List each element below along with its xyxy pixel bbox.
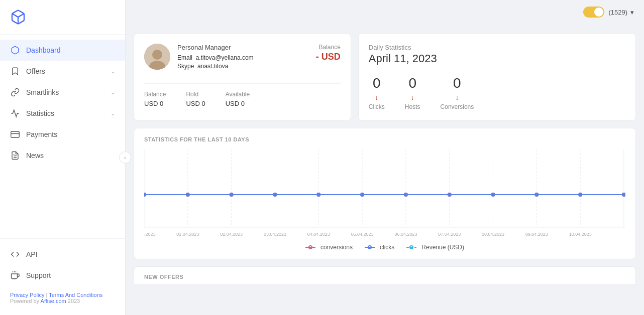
- sidebar-item-dashboard[interactable]: Dashboard: [0, 40, 125, 61]
- chevron-icon: ⌄: [111, 110, 115, 117]
- svg-text:06.04.2023: 06.04.2023: [394, 232, 417, 237]
- legend-clicks-label: clicks: [380, 244, 394, 251]
- legend-conversions[interactable]: conversions: [305, 244, 353, 251]
- sidebar-item-support[interactable]: Support: [0, 265, 125, 286]
- balance-value: - USD: [316, 52, 341, 62]
- svg-point-9: [152, 50, 162, 60]
- svg-point-44: [491, 193, 495, 197]
- chart-legend: conversions clicks Revenue (USD): [144, 244, 625, 251]
- sidebar-nav: Dashboard Offers ⌄ Smartlinks ⌄: [0, 35, 125, 238]
- legend-conversions-label: conversions: [320, 244, 353, 251]
- sidebar-item-news[interactable]: News: [0, 145, 125, 166]
- clicks-value: 0: [373, 75, 381, 91]
- sidebar-item-smartlinks[interactable]: Smartlinks ⌄: [0, 82, 125, 103]
- sidebar-item-label: Support: [26, 271, 115, 279]
- svg-text:03.04.2023: 03.04.2023: [264, 232, 286, 237]
- hold-item: Hold USD 0: [186, 91, 205, 107]
- daily-statistics-card: Daily Statistics April 11, 2023 0 ↓ Clic…: [358, 33, 636, 121]
- daily-stats-title: Daily Statistics: [369, 44, 625, 51]
- chart-card: STATISTICS FOR THE LAST 10 DAYS: [134, 128, 636, 259]
- personal-info: Personal Manager Email a.titova@yellana.…: [177, 44, 309, 71]
- svg-point-46: [578, 193, 582, 197]
- balance-bottom: Balance USD 0 Hold USD 0 Available USD 0: [144, 83, 341, 107]
- new-offers-section: NEW OFFERS: [134, 266, 636, 284]
- svg-point-41: [360, 193, 364, 197]
- hosts-label: Hosts: [405, 103, 420, 110]
- hosts-value: 0: [408, 75, 416, 91]
- svg-text:08.04.2023: 08.04.2023: [482, 232, 504, 237]
- balance-top: Balance - USD: [316, 44, 341, 62]
- svg-text:01.04.2023: 01.04.2023: [176, 232, 199, 237]
- daily-stats-date: April 11, 2023: [369, 52, 625, 65]
- svg-text:02.04.2023: 02.04.2023: [220, 232, 243, 237]
- chart-title: STATISTICS FOR THE LAST 10 DAYS: [144, 136, 625, 142]
- sidebar-footer: Privacy Policy | Terms And Conditions Po…: [0, 286, 125, 310]
- code-icon: [10, 249, 20, 259]
- user-count: (1529): [608, 9, 627, 16]
- hosts-stat: 0 ↓ Hosts: [405, 75, 420, 110]
- conversions-arrow: ↓: [455, 93, 459, 101]
- svg-point-38: [230, 193, 234, 197]
- sidebar-item-payments[interactable]: Payments: [0, 124, 125, 145]
- sidebar-item-label: API: [26, 250, 115, 258]
- new-offers-title: NEW OFFERS: [144, 274, 183, 280]
- conversions-stat: 0 ↓ Conversions: [441, 75, 474, 110]
- chevron-icon: ⌄: [111, 89, 115, 96]
- svg-point-36: [144, 193, 146, 197]
- sidebar-item-label: Offers: [26, 67, 104, 75]
- clicks-stat: 0 ↓ Clicks: [369, 75, 385, 110]
- svg-text:04.04.2023: 04.04.2023: [307, 232, 330, 237]
- sidebar-collapse-button[interactable]: ‹: [119, 151, 131, 164]
- sidebar-item-api[interactable]: API: [0, 244, 125, 265]
- balance-label: Balance: [316, 44, 341, 51]
- svg-point-43: [448, 193, 452, 197]
- available-item: Available USD 0: [226, 91, 250, 107]
- sidebar-item-label: Statistics: [26, 109, 104, 117]
- sidebar: Dashboard Offers ⌄ Smartlinks ⌄: [0, 0, 126, 315]
- clicks-arrow: ↓: [375, 93, 378, 101]
- svg-point-40: [316, 193, 320, 197]
- sidebar-item-offers[interactable]: Offers ⌄: [0, 61, 125, 82]
- legend-revenue[interactable]: Revenue (USD): [406, 244, 464, 251]
- coffee-icon: [10, 270, 20, 280]
- user-badge[interactable]: (1529) ▾: [608, 9, 634, 16]
- skype-field: Skype anast.titova: [177, 63, 309, 70]
- card-icon: [10, 129, 20, 139]
- svg-point-45: [534, 193, 539, 197]
- sidebar-bottom: API Support Privacy Policy | Terms And C…: [0, 238, 125, 315]
- svg-point-37: [186, 193, 190, 197]
- sidebar-item-statistics[interactable]: Statistics ⌄: [0, 103, 125, 124]
- svg-rect-1: [11, 131, 20, 137]
- svg-text:07.04.2023: 07.04.2023: [438, 232, 461, 237]
- svg-text:05.04.2023: 05.04.2023: [351, 232, 374, 237]
- main-content: Personal Manager Email a.titova@yellana.…: [126, 0, 644, 315]
- chevron-icon: ⌄: [111, 68, 115, 75]
- sidebar-item-label: Dashboard: [26, 46, 115, 54]
- legend-clicks[interactable]: clicks: [365, 244, 394, 251]
- logo-icon: [10, 9, 26, 25]
- svg-text:31.03.2023: 31.03.2023: [144, 232, 155, 237]
- avatar: [144, 44, 170, 70]
- toggle-switch[interactable]: [583, 7, 604, 18]
- conversions-label: Conversions: [441, 103, 474, 110]
- sidebar-item-label: Smartlinks: [26, 88, 104, 96]
- stats-row: 0 ↓ Clicks 0 ↓ Hosts 0 ↓ Conversions: [369, 75, 625, 110]
- chart-icon: [10, 108, 20, 118]
- svg-point-39: [273, 193, 277, 197]
- brand-link[interactable]: Affise.com: [41, 298, 66, 304]
- legend-revenue-label: Revenue (USD): [421, 244, 464, 251]
- clicks-label: Clicks: [369, 103, 385, 110]
- balance-usd-item: Balance USD 0: [144, 91, 166, 107]
- cube-icon: [10, 45, 20, 55]
- link-icon: [10, 87, 20, 97]
- terms-link[interactable]: Terms And Conditions: [49, 292, 102, 298]
- chart-area: 31.03.2023 01.04.2023 02.04.2023 03.04.2…: [144, 149, 625, 240]
- personal-manager-card: Personal Manager Email a.titova@yellana.…: [134, 33, 351, 121]
- personal-manager-title: Personal Manager: [177, 44, 309, 51]
- svg-text:09.04.2023: 09.04.2023: [525, 232, 548, 237]
- svg-point-47: [622, 193, 625, 197]
- privacy-policy-link[interactable]: Privacy Policy: [10, 292, 44, 298]
- email-field: Email a.titova@yellana.com: [177, 54, 309, 61]
- sidebar-item-label: News: [26, 151, 115, 160]
- svg-point-42: [404, 193, 408, 197]
